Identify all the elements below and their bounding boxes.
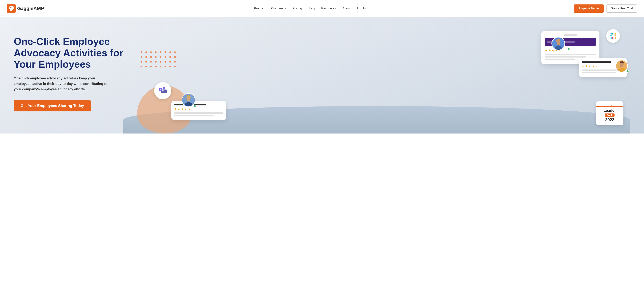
nav-pricing[interactable]: Pricing bbox=[292, 7, 302, 10]
card-line-2 bbox=[544, 56, 586, 57]
status-dot-1 bbox=[567, 47, 570, 50]
g2-badge: G2 Leader FALL 2022 bbox=[596, 101, 624, 125]
svg-point-1 bbox=[10, 7, 11, 8]
hero-section: One-Click Employee Advocacy Activities f… bbox=[0, 17, 644, 133]
svg-rect-5 bbox=[612, 33, 614, 34]
nav-login[interactable]: Log In bbox=[357, 7, 366, 10]
svg-point-19 bbox=[163, 87, 165, 89]
svg-rect-27 bbox=[187, 99, 190, 101]
nav-resources[interactable]: Resources bbox=[321, 7, 336, 10]
status-dot-2 bbox=[626, 70, 629, 73]
svg-text:T: T bbox=[160, 88, 161, 91]
g2-leader-text: Leader bbox=[598, 108, 622, 113]
nav-about[interactable]: About bbox=[342, 7, 350, 10]
slack-icon-circle bbox=[606, 29, 620, 43]
avatar-woman-bottom bbox=[182, 93, 195, 107]
svg-point-26 bbox=[185, 102, 192, 106]
bottom-card: ★ ★ ★ ★ ★ bbox=[171, 101, 226, 120]
g2-year: 2022 bbox=[598, 117, 622, 122]
logo-icon bbox=[7, 4, 16, 13]
logo[interactable]: GaggleAMP® bbox=[7, 4, 46, 13]
dot-grid bbox=[140, 51, 175, 86]
card-line-1 bbox=[544, 54, 596, 55]
card-bottom-line-2 bbox=[174, 115, 214, 116]
nav-customers[interactable]: Customers bbox=[271, 7, 286, 10]
teams-icon-circle: T T bbox=[154, 82, 171, 99]
hero-cta-button[interactable]: Get Your Employees Sharing Today bbox=[14, 100, 91, 111]
status-dot-3 bbox=[193, 105, 196, 107]
card-right-line-2 bbox=[582, 72, 616, 73]
svg-rect-8 bbox=[612, 37, 614, 39]
g2-fall-label: FALL bbox=[605, 113, 615, 117]
svg-rect-3 bbox=[610, 35, 612, 36]
hero-subtitle: One-click employee advocacy activities k… bbox=[14, 75, 110, 92]
main-nav: Product Customers Pricing Blog Resources… bbox=[254, 7, 366, 10]
card-line-3 bbox=[544, 58, 576, 60]
free-trial-button[interactable]: Start a Free Trial bbox=[606, 4, 637, 13]
svg-rect-7 bbox=[614, 35, 616, 36]
hero-title: One-Click Employee Advocacy Activities f… bbox=[14, 36, 124, 70]
card-right-title bbox=[582, 61, 612, 63]
request-demo-button[interactable]: Request Demo bbox=[574, 4, 604, 13]
avatar-man bbox=[552, 37, 565, 50]
site-header: GaggleAMP® Product Customers Pricing Blo… bbox=[0, 0, 644, 17]
hero-content: One-Click Employee Advocacy Activities f… bbox=[14, 36, 124, 125]
svg-point-2 bbox=[12, 7, 12, 8]
nav-blog[interactable]: Blog bbox=[308, 7, 315, 10]
svg-text:T: T bbox=[162, 90, 164, 93]
svg-point-12 bbox=[556, 39, 560, 43]
phone-notch bbox=[564, 34, 577, 36]
phone-notch-area bbox=[544, 34, 596, 36]
svg-rect-9 bbox=[610, 37, 612, 39]
card-bottom-line-1 bbox=[174, 112, 224, 114]
svg-rect-10 bbox=[614, 37, 616, 39]
svg-rect-14 bbox=[557, 43, 560, 45]
avatar-woman-right bbox=[616, 60, 628, 72]
nav-product[interactable]: Product bbox=[254, 7, 264, 10]
logo-text: GaggleAMP® bbox=[17, 6, 46, 11]
hero-illustration: ★ ★ ★ ★ ★ ★ bbox=[124, 27, 630, 133]
svg-rect-18 bbox=[620, 65, 623, 67]
header-actions: Request Demo Start a Free Trial bbox=[574, 4, 637, 13]
svg-rect-6 bbox=[614, 33, 616, 34]
card1-stars: ★ ★ ★ ★ ★ bbox=[544, 49, 596, 52]
svg-rect-4 bbox=[610, 33, 612, 34]
card3-stars: ★ ★ ★ ★ ★ bbox=[174, 107, 224, 111]
